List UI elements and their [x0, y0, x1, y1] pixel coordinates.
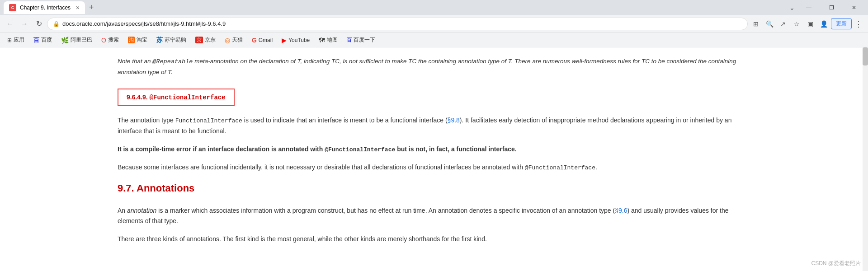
bookmark-youtube[interactable]: ▶ YouTube [278, 35, 313, 45]
url-text: docs.oracle.com/javase/specs/jls/se8/htm… [62, 20, 742, 27]
url-bar[interactable]: 🔒 docs.oracle.com/javase/specs/jls/se8/h… [47, 18, 748, 30]
sidebar-icon[interactable]: ▣ [804, 18, 816, 30]
search-label: 搜索 [108, 36, 119, 44]
update-button[interactable]: 更新 [831, 18, 852, 29]
annotations-para2: There are three kinds of annotations. Th… [118, 234, 750, 245]
bookmark-suning[interactable]: 苏 苏宁易购 [153, 35, 190, 46]
bookmark-taobao[interactable]: 淘 淘宝 [124, 35, 151, 45]
window-controls: ⌄ — ❐ ✕ [789, 0, 864, 15]
functional-interface-para1: The annotation type FunctionalInterface … [118, 115, 750, 137]
new-tab-button[interactable]: + [85, 1, 98, 14]
section-9-8-link[interactable]: §9.8 [448, 117, 460, 124]
bookmark-search[interactable]: O 搜索 [98, 35, 123, 45]
watermark: CSDN @爱看老照片 [811, 260, 861, 267]
youtube-label: YouTube [288, 37, 310, 43]
title-bar: C Chapter 9. Interfaces × + ⌄ — ❐ ✕ [0, 0, 868, 15]
bookmark-alibaba[interactable]: 🌿 阿里巴巴 [57, 35, 96, 45]
bookmark-baidu-search[interactable]: 百 百度一下 [343, 35, 379, 45]
bookmark-tmall[interactable]: ◎ 天猫 [221, 35, 246, 45]
refresh-button[interactable]: ↻ [33, 18, 45, 30]
scrollbar-thumb[interactable] [863, 47, 868, 65]
back-button[interactable]: ← [4, 18, 16, 30]
section-header: 9.6.4.9. @FunctionalInterface [118, 89, 235, 106]
apps-button[interactable]: ⊞ 应用 [4, 35, 28, 45]
youtube-icon: ▶ [282, 37, 287, 44]
screen-search-icon[interactable]: ⊞ [750, 18, 762, 30]
tmall-label: 天猫 [232, 36, 243, 44]
forward-button[interactable]: → [18, 18, 31, 30]
baidu-search-label: 百度一下 [354, 36, 375, 44]
page-content: Note that an @Repeatable meta-annotation… [0, 47, 868, 271]
maps-icon: 🗺 [319, 37, 325, 44]
content-area: Note that an @Repeatable meta-annotation… [0, 47, 868, 261]
bookmark-baidu[interactable]: 百 百度 [30, 35, 56, 46]
more-menu-button[interactable]: ⋮ [853, 19, 864, 29]
bookmark-maps[interactable]: 🗺 地图 [315, 35, 341, 45]
functional-interface-para3: Because some interfaces are functional i… [118, 162, 750, 173]
apps-icon: ⊞ [7, 37, 12, 43]
minimize-button[interactable]: — [798, 0, 819, 15]
bookmarks-bar: ⊞ 应用 百 百度 🌿 阿里巴巴 O 搜索 淘 淘宝 苏 苏宁易购 京 京东 ◎… [0, 33, 868, 47]
suning-icon: 苏 [156, 36, 163, 44]
lock-icon: 🔒 [53, 21, 60, 27]
functional-interface-para2: It is a compile-time error if an interfa… [118, 144, 750, 155]
address-actions: ⊞ 🔍 ↗ ☆ ▣ 👤 更新 ⋮ [750, 18, 864, 30]
scrollbar[interactable] [863, 47, 868, 271]
collapse-icon: ⌄ [789, 4, 795, 11]
zoom-icon[interactable]: 🔍 [763, 18, 776, 30]
browser-tab[interactable]: C Chapter 9. Interfaces × [4, 1, 85, 14]
tab-title: Chapter 9. Interfaces [20, 5, 71, 11]
address-bar: ← → ↻ 🔒 docs.oracle.com/javase/specs/jls… [0, 15, 868, 33]
maps-label: 地图 [327, 36, 338, 44]
apps-label: 应用 [14, 36, 24, 44]
section-9-7-title: 9.7. Annotations [118, 180, 750, 196]
baidu-search-icon: 百 [347, 37, 352, 43]
baidu-icon: 百 [33, 36, 39, 44]
taobao-icon: 淘 [128, 37, 135, 43]
section-9-6-link[interactable]: §9.6 [615, 207, 627, 214]
annotations-para1: An annotation is a marker which associat… [118, 206, 750, 227]
jd-icon: 京 [195, 37, 203, 43]
share-icon[interactable]: ↗ [777, 18, 789, 30]
gmail-icon: G [252, 37, 257, 44]
tmall-icon: ◎ [225, 37, 230, 44]
intro-paragraph: Note that an @Repeatable meta-annotation… [118, 56, 750, 78]
baidu-label: 百度 [41, 36, 52, 44]
profile-icon[interactable]: 👤 [817, 18, 830, 30]
tab-favicon: C [9, 4, 16, 11]
section-id: 9.6.4.9. @FunctionalInterface [127, 93, 226, 101]
suning-label: 苏宁易购 [165, 36, 186, 44]
bookmark-star-icon[interactable]: ☆ [790, 18, 803, 30]
alibaba-label: 阿里巴巴 [71, 36, 92, 44]
maximize-button[interactable]: ❐ [821, 0, 842, 15]
close-button[interactable]: ✕ [844, 0, 864, 15]
taobao-label: 淘宝 [137, 36, 147, 44]
jd-label: 京东 [205, 36, 216, 44]
search-engine-icon: O [101, 37, 106, 44]
bookmark-gmail[interactable]: G Gmail [248, 35, 276, 45]
tab-close-button[interactable]: × [76, 5, 80, 11]
alibaba-icon: 🌿 [61, 37, 69, 44]
bookmark-jd[interactable]: 京 京东 [192, 35, 219, 45]
gmail-label: Gmail [259, 37, 273, 43]
